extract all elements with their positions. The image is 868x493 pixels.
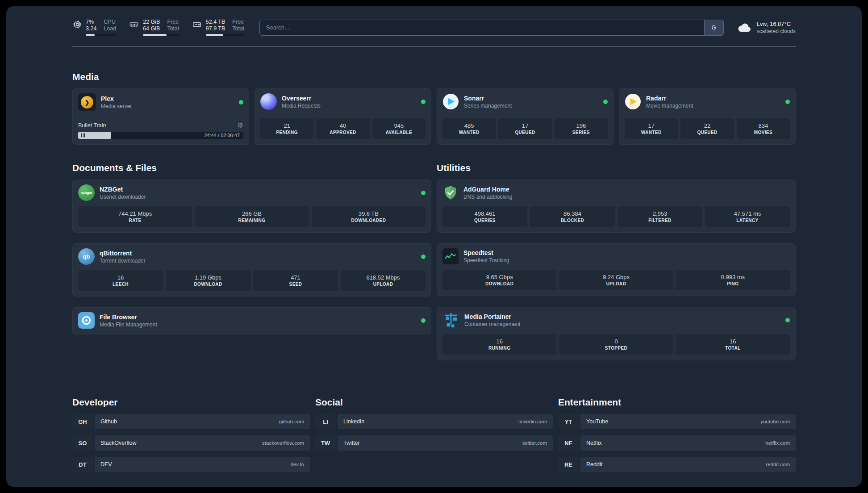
dashboard-content: 7% CPU 3.24 Load 22 GiB Free 64 Gi [72, 6, 796, 487]
status-dot [603, 100, 608, 104]
stat-label: RUNNING [488, 346, 510, 351]
bookmark-group-developer: Developer GH Github github.com SO StackO… [72, 397, 310, 478]
stat-value: 498,461 [475, 210, 496, 217]
stat-value: 196 [576, 122, 586, 129]
bookmark-youtube[interactable]: YT YouTube youtube.com [558, 414, 796, 429]
stat-value: 1.19 Gbps [195, 274, 221, 281]
stat-tile: 40 APPROVED [316, 118, 369, 139]
service-link-sonarr[interactable]: Sonarr Series management [442, 93, 608, 110]
nzbget-icon: nzbget [78, 184, 95, 201]
bookmark-twitter[interactable]: TW Twitter twitter.com [315, 435, 553, 451]
stat-value: 9.24 Gbps [603, 274, 630, 280]
adguard-icon [442, 184, 459, 201]
playback-progress-bar[interactable]: 24:44 / 02:06:47 [78, 132, 243, 139]
bookmark-name: Reddit [586, 461, 602, 468]
stat-value: 266 GB [242, 210, 262, 217]
stats-row: 498,461 QUERIES 86,384 BLOCKED 2,953 FIL… [442, 206, 790, 227]
stat-tile: 47.571 ms LATENCY [705, 206, 790, 227]
pause-icon[interactable] [81, 134, 85, 138]
bookmark-name: YouTube [586, 418, 608, 425]
media-grid: ❯ Plex Media server Bullet Train ⚙ 24:44… [72, 88, 796, 145]
section-title-media: Media [72, 71, 796, 82]
stats-row: 16 RUNNING 0 STOPPED 16 TOTAL [442, 334, 790, 355]
bookmark-abbr: LI [315, 414, 336, 429]
service-link-plex[interactable]: ❯ Plex Media server [78, 93, 243, 111]
service-name-adguard: AdGuard Home [463, 186, 512, 193]
stat-value: 39.6 TB [359, 210, 379, 217]
service-desc-nzbget: Usenet downloader [100, 194, 146, 200]
stat-value: 21 [284, 122, 290, 129]
service-card-speedtest: Speedtest Speedtest Tracking 9.65 Gbps D… [437, 243, 796, 296]
stat-tile: 744.21 Mbps RATE [78, 206, 192, 227]
weather-condition: scattered clouds [757, 28, 796, 34]
portainer-icon [442, 312, 459, 329]
service-link-overseerr[interactable]: Overseerr Media Requests [260, 93, 426, 110]
search-provider-button[interactable]: G [704, 20, 724, 36]
service-link-nzbget[interactable]: nzbget NZBGet Usenet downloader [78, 184, 426, 201]
service-desc-sonarr: Series management [464, 103, 512, 109]
bookmark-pill: Twitter twitter.com [338, 435, 553, 451]
stats-row: 485 WANTED 17 QUEUED 196 SERIES [442, 118, 608, 139]
stat-tile: 16 RUNNING [442, 334, 556, 355]
section-title-entertainment: Entertainment [558, 397, 796, 408]
service-link-qbittorrent[interactable]: qb qBittorrent Torrent downloader [78, 248, 426, 265]
stat-value: 0.993 ms [721, 274, 745, 280]
bookmark-abbr: RE [558, 457, 579, 472]
stat-tile: 498,461 QUERIES [442, 206, 527, 227]
status-dot [421, 255, 426, 259]
stat-label: SERIES [572, 130, 590, 135]
gear-icon[interactable]: ⚙ [238, 122, 243, 129]
stat-label: BLOCKED [561, 218, 584, 223]
memory-free-label: Free [167, 19, 179, 25]
bookmark-group-entertainment: Entertainment YT YouTube youtube.com NF … [558, 397, 796, 478]
stat-tile: 9.24 Gbps UPLOAD [559, 270, 673, 290]
bookmark-linkedin[interactable]: LI LinkedIn linkedin.com [315, 414, 553, 429]
bookmark-github[interactable]: GH Github github.com [72, 414, 310, 429]
cpu-label: CPU [104, 19, 116, 25]
playback-time: 24:44 / 02:06:47 [204, 133, 240, 138]
search-input[interactable] [259, 20, 724, 36]
bookmark-abbr: TW [315, 435, 336, 451]
bookmark-group-social: Social LI LinkedIn linkedin.com TW Twitt… [315, 397, 553, 478]
stat-value: 945 [394, 122, 404, 129]
disk-meter [206, 34, 244, 36]
bookmarks-section: Developer GH Github github.com SO StackO… [72, 397, 796, 487]
service-card-radarr: Radarr Movie management 17 WANTED 22 QUE… [619, 88, 796, 145]
status-dot [421, 318, 426, 323]
stat-value: 16 [117, 274, 124, 281]
service-link-filebrowser[interactable]: File Browser Media File Management [78, 312, 426, 329]
service-link-radarr[interactable]: Radarr Movie management [625, 93, 790, 110]
stat-value: 16 [730, 338, 736, 345]
search-bar: G [259, 20, 724, 36]
memory-meter [143, 34, 179, 36]
cpu-meter [86, 34, 116, 36]
service-name-plex: Plex [101, 95, 132, 102]
bookmark-name: DEV [100, 461, 112, 468]
bookmark-pill: Reddit reddit.com [580, 457, 796, 472]
bookmark-name: StackOverflow [100, 440, 137, 446]
bookmark-stackoverflow[interactable]: SO StackOverflow stackoverflow.com [72, 435, 310, 451]
stat-label: PENDING [276, 130, 297, 135]
stat-label: RATE [129, 218, 142, 223]
service-link-speedtest[interactable]: Speedtest Speedtest Tracking [442, 248, 790, 264]
service-name-speedtest: Speedtest [463, 249, 509, 256]
bookmark-dev[interactable]: DT DEV dev.to [72, 457, 310, 472]
stat-tile: 0.993 ms PING [676, 270, 790, 290]
bookmark-netflix[interactable]: NF Netflix netflix.com [558, 435, 796, 451]
service-link-portainer[interactable]: Media Portainer Container management [442, 312, 790, 329]
service-desc-filebrowser: Media File Management [100, 322, 157, 328]
bookmark-domain: netflix.com [765, 440, 790, 446]
service-link-adguard[interactable]: AdGuard Home DNS and adblocking [442, 184, 790, 201]
service-name-nzbget: NZBGet [100, 186, 146, 193]
disk-widget: 52.4 TB Free 97.9 TB Total [192, 19, 244, 36]
stat-label: FILTERED [648, 218, 671, 223]
stat-tile: 39.6 TB DOWNLOADED [312, 206, 426, 227]
dashboard-page: 7% CPU 3.24 Load 22 GiB Free 64 Gi [6, 6, 862, 487]
stat-label: QUEUED [697, 130, 717, 135]
stat-label: LEECH [113, 282, 129, 287]
bookmark-reddit[interactable]: RE Reddit reddit.com [558, 457, 796, 472]
stat-label: MOVIES [754, 130, 772, 135]
stat-tile: 196 SERIES [555, 118, 608, 139]
memory-icon [129, 20, 139, 29]
stats-row: 21 PENDING 40 APPROVED 945 AVAILABLE [260, 118, 426, 139]
